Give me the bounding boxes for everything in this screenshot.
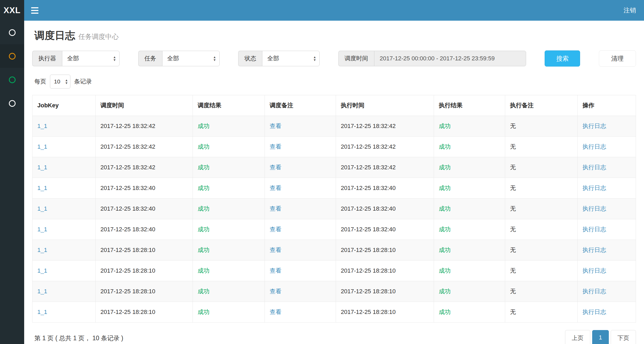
jobkey-link[interactable]: 1_1 xyxy=(37,226,47,233)
page-header: 调度日志任务调度中心 xyxy=(34,29,636,42)
jobkey-link[interactable]: 1_1 xyxy=(37,123,47,129)
jobkey-link[interactable]: 1_1 xyxy=(37,247,47,253)
sidebar-item-4[interactable] xyxy=(0,92,24,115)
column-header-8: 操作 xyxy=(578,95,636,116)
jobkey-link-cell: 1_1 xyxy=(32,137,96,157)
trigger-msg-link[interactable]: 查看 xyxy=(270,205,281,212)
clear-button[interactable]: 清理 xyxy=(599,50,636,67)
executor-filter-label: 执行器 xyxy=(32,51,62,66)
trigger-msg-link[interactable]: 查看 xyxy=(270,143,281,150)
jobkey-link[interactable]: 1_1 xyxy=(37,288,47,295)
filter-toolbar: 执行器 全部 ▴▾ 任务 全部 ▴▾ 状态 全部 ▴▾ 调度时间 搜索 清理 xyxy=(32,50,636,67)
page-title: 调度日志 xyxy=(34,30,75,41)
handle-time-cell: 2017-12-25 18:28:10 xyxy=(336,281,434,302)
trigger-msg-link[interactable]: 查看 xyxy=(270,267,281,274)
column-header-7: 执行备注 xyxy=(505,95,578,116)
trigger-time-cell: 2017-12-25 18:28:10 xyxy=(96,261,193,281)
pagination-info: 第 1 页 ( 总共 1 页， 10 条记录 ) xyxy=(34,334,123,342)
status-filter-label: 状态 xyxy=(238,51,262,66)
exec-log-link[interactable]: 执行日志 xyxy=(583,247,606,253)
jobkey-link-cell: 1_1 xyxy=(32,261,96,281)
trigger-msg-link[interactable]: 查看 xyxy=(270,226,281,233)
handle-time-cell: 2017-12-25 18:32:42 xyxy=(336,157,434,178)
job-filter-select[interactable]: 全部 ▴▾ xyxy=(162,51,220,66)
handle-result-cell: 成功 xyxy=(434,219,505,240)
column-header-4: 调度备注 xyxy=(265,95,336,116)
page-size-suffix-label: 条记录 xyxy=(74,78,92,86)
executor-filter-select[interactable]: 全部 ▴▾ xyxy=(62,51,120,66)
handle-msg-cell: 无 xyxy=(505,178,578,199)
status-filter-select[interactable]: 全部 ▴▾ xyxy=(262,51,320,66)
sidebar-item-3[interactable] xyxy=(0,68,24,92)
exec-log-link-cell: 执行日志 xyxy=(578,116,636,137)
jobkey-link[interactable]: 1_1 xyxy=(37,205,47,212)
sidebar-toggle-button[interactable] xyxy=(24,0,45,21)
handle-time-cell: 2017-12-25 18:32:40 xyxy=(336,219,434,240)
jobkey-link-cell: 1_1 xyxy=(32,219,96,240)
handle-msg-cell: 无 xyxy=(505,302,578,323)
handle-msg-cell: 无 xyxy=(505,219,578,240)
jobkey-link[interactable]: 1_1 xyxy=(37,309,47,315)
handle-msg-cell: 无 xyxy=(505,137,578,157)
trigger-msg-link[interactable]: 查看 xyxy=(270,185,281,191)
trigger-msg-link-cell: 查看 xyxy=(265,240,336,261)
jobkey-link[interactable]: 1_1 xyxy=(37,267,47,274)
trigger-msg-link-cell: 查看 xyxy=(265,116,336,137)
handle-msg-cell: 无 xyxy=(505,157,578,178)
search-button[interactable]: 搜索 xyxy=(545,50,580,67)
trigger-time-cell: 2017-12-25 18:32:42 xyxy=(96,137,193,157)
trigger-msg-link-cell: 查看 xyxy=(265,157,336,178)
jobkey-link[interactable]: 1_1 xyxy=(37,185,47,191)
pagination-prev-button[interactable]: 上页 xyxy=(565,330,590,344)
trigger-msg-link-cell: 查看 xyxy=(265,178,336,199)
sidebar-item-2[interactable] xyxy=(0,44,24,68)
exec-log-link[interactable]: 执行日志 xyxy=(583,143,606,150)
main-content: 调度日志任务调度中心 执行器 全部 ▴▾ 任务 全部 ▴▾ 状态 全部 ▴▾ 调… xyxy=(24,0,644,344)
exec-log-link[interactable]: 执行日志 xyxy=(583,205,606,212)
jobkey-link[interactable]: 1_1 xyxy=(37,164,47,171)
trigger-msg-link[interactable]: 查看 xyxy=(270,164,281,171)
app-logo[interactable]: XXL xyxy=(0,0,24,21)
trigger-result-cell: 成功 xyxy=(193,261,265,281)
trigger-result-cell: 成功 xyxy=(193,157,265,178)
handle-time-cell: 2017-12-25 18:28:10 xyxy=(336,302,434,323)
exec-log-link[interactable]: 执行日志 xyxy=(583,288,606,295)
jobkey-link[interactable]: 1_1 xyxy=(37,143,47,150)
trigger-msg-link-cell: 查看 xyxy=(265,261,336,281)
exec-log-link[interactable]: 执行日志 xyxy=(583,123,606,129)
trigger-time-cell: 2017-12-25 18:28:10 xyxy=(96,240,193,261)
table-row: 1_12017-12-25 18:28:10成功查看2017-12-25 18:… xyxy=(32,302,636,323)
pagination-next-button[interactable]: 下页 xyxy=(611,330,636,344)
hamburger-icon xyxy=(31,7,38,8)
trigger-msg-link[interactable]: 查看 xyxy=(270,309,281,315)
status-filter-group: 状态 全部 ▴▾ xyxy=(238,51,320,66)
exec-log-link[interactable]: 执行日志 xyxy=(583,185,606,191)
exec-log-link-cell: 执行日志 xyxy=(578,157,636,178)
pagination-current-button[interactable]: 1 xyxy=(592,330,609,344)
exec-log-link[interactable]: 执行日志 xyxy=(583,164,606,171)
sidebar xyxy=(0,21,24,344)
table-row: 1_12017-12-25 18:32:42成功查看2017-12-25 18:… xyxy=(32,116,636,137)
trigger-msg-link[interactable]: 查看 xyxy=(270,288,281,295)
select-arrows-icon: ▴▾ xyxy=(314,56,316,61)
handle-msg-cell: 无 xyxy=(505,240,578,261)
trigger-msg-link-cell: 查看 xyxy=(265,302,336,323)
page-size-prefix-label: 每页 xyxy=(34,78,46,86)
trigger-msg-link[interactable]: 查看 xyxy=(270,247,281,253)
exec-log-link[interactable]: 执行日志 xyxy=(583,267,606,274)
handle-time-cell: 2017-12-25 18:28:10 xyxy=(336,240,434,261)
trigger-time-range-input[interactable] xyxy=(374,51,526,66)
page-size-select[interactable]: 10 ▴▾ xyxy=(50,75,70,89)
exec-log-link[interactable]: 执行日志 xyxy=(583,309,606,315)
top-navbar: XXL 注销 xyxy=(0,0,644,21)
handle-result-cell: 成功 xyxy=(434,240,505,261)
exec-log-link-cell: 执行日志 xyxy=(578,219,636,240)
logout-link[interactable]: 注销 xyxy=(616,6,644,14)
handle-result-cell: 成功 xyxy=(434,137,505,157)
trigger-msg-link[interactable]: 查看 xyxy=(270,123,281,129)
sidebar-item-1[interactable] xyxy=(0,21,24,44)
handle-result-cell: 成功 xyxy=(434,157,505,178)
exec-log-link[interactable]: 执行日志 xyxy=(583,226,606,233)
trigger-msg-link-cell: 查看 xyxy=(265,199,336,219)
log-table: JobKey调度时间调度结果调度备注执行时间执行结果执行备注操作 1_12017… xyxy=(32,95,636,323)
